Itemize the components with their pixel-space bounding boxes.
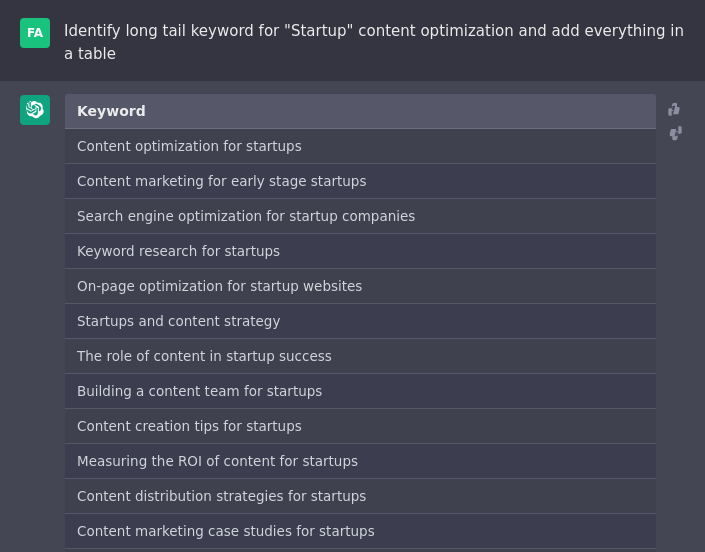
table-row: Measuring the ROI of content for startup… (65, 444, 657, 479)
table-row: Building a content team for startups (65, 374, 657, 409)
table-row: Search engine optimization for startup c… (65, 199, 657, 234)
keyword-cell: Content marketing budget for startups (65, 549, 657, 553)
keyword-cell: Search engine optimization for startup c… (65, 199, 657, 234)
table-header-keyword: Keyword (65, 94, 657, 129)
assistant-avatar (20, 95, 50, 125)
thumbs-down-icon (667, 125, 683, 141)
user-message-text: Identify long tail keyword for "Startup"… (64, 16, 685, 65)
keyword-cell: Content marketing for early stage startu… (65, 164, 657, 199)
keyword-cell: Keyword research for startups (65, 234, 657, 269)
keyword-cell: Content marketing case studies for start… (65, 514, 657, 549)
user-message-row: FA Identify long tail keyword for "Start… (0, 0, 705, 81)
assistant-message-row: Keyword Content optimization for startup… (0, 81, 705, 552)
table-row: Startups and content strategy (65, 304, 657, 339)
keyword-cell: Building a content team for startups (65, 374, 657, 409)
thumbs-down-button[interactable] (665, 123, 685, 143)
keyword-table: Keyword Content optimization for startup… (64, 93, 657, 552)
keyword-cell: Content optimization for startups (65, 129, 657, 164)
table-row: Content marketing case studies for start… (65, 514, 657, 549)
thumbs-up-icon (667, 101, 683, 117)
response-wrapper: Keyword Content optimization for startup… (64, 93, 685, 552)
table-row: Keyword research for startups (65, 234, 657, 269)
keyword-cell: On-page optimization for startup website… (65, 269, 657, 304)
table-row: Content distribution strategies for star… (65, 479, 657, 514)
keyword-cell: Measuring the ROI of content for startup… (65, 444, 657, 479)
assistant-content: Keyword Content optimization for startup… (64, 93, 657, 552)
table-row: On-page optimization for startup website… (65, 269, 657, 304)
chatgpt-icon (26, 101, 44, 119)
table-row: Content creation tips for startups (65, 409, 657, 444)
table-row: The role of content in startup success (65, 339, 657, 374)
keyword-cell: Startups and content strategy (65, 304, 657, 339)
keyword-cell: Content distribution strategies for star… (65, 479, 657, 514)
user-avatar: FA (20, 18, 50, 48)
table-row: Content marketing for early stage startu… (65, 164, 657, 199)
keyword-cell: Content creation tips for startups (65, 409, 657, 444)
chat-container: FA Identify long tail keyword for "Start… (0, 0, 705, 552)
table-row: Content marketing budget for startups (65, 549, 657, 553)
thumbs-container (665, 93, 685, 143)
thumbs-up-button[interactable] (665, 99, 685, 119)
keyword-cell: The role of content in startup success (65, 339, 657, 374)
table-row: Content optimization for startups (65, 129, 657, 164)
